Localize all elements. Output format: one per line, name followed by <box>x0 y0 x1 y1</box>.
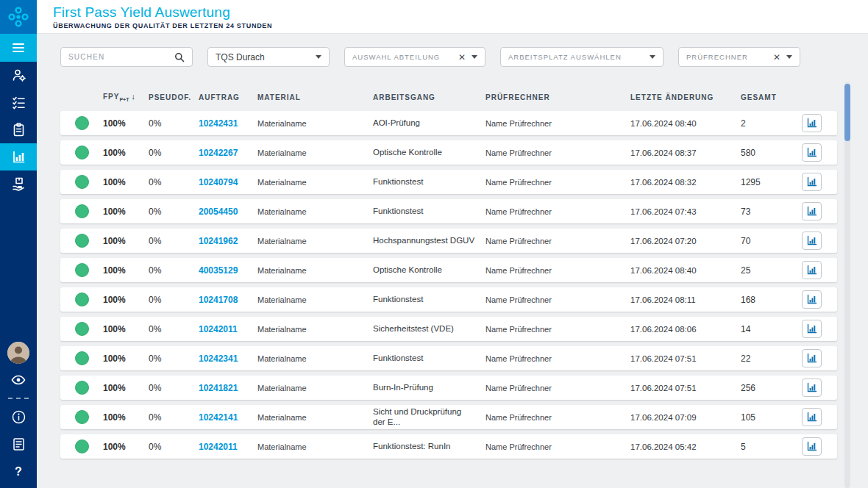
sidebar-item-clipboard[interactable] <box>0 116 37 143</box>
column-pruefrechner[interactable]: PRÜFRECHNER <box>485 93 630 101</box>
row-detail-chart-button[interactable] <box>802 261 822 279</box>
sidebar-spacer <box>0 198 37 339</box>
sidebar-item-checklist[interactable] <box>0 89 37 116</box>
auftrag-link[interactable]: 10242431 <box>199 118 257 129</box>
row-detail-chart-button[interactable] <box>802 408 822 426</box>
sidebar-item-watchlist[interactable] <box>0 366 37 393</box>
sidebar-item-reports[interactable] <box>0 431 37 458</box>
material-value: Materialname <box>257 266 373 275</box>
mini-bar-chart-icon <box>806 353 817 364</box>
auftrag-link[interactable]: 20054450 <box>199 207 257 217</box>
gesamt-value: 25 <box>741 265 796 276</box>
auftrag-link[interactable]: 10240794 <box>199 177 257 187</box>
letzte-aenderung-value: 17.06.2024 05:42 <box>630 442 741 451</box>
auftrag-link[interactable]: 10242011 <box>199 442 257 452</box>
pruefrechner-value: Name Prüfrechner <box>485 237 630 245</box>
status-dot-green <box>75 175 89 189</box>
table-row: 100% 0% 10242011 Materialname Funktionst… <box>60 434 837 459</box>
column-material[interactable]: MATERIAL <box>257 93 373 101</box>
row-detail-chart-button[interactable] <box>802 173 822 191</box>
vertical-scrollbar[interactable] <box>844 82 850 488</box>
auftrag-link[interactable]: 10241821 <box>199 383 257 393</box>
info-icon <box>11 409 26 425</box>
workplace-select[interactable]: ARBEITSPLATZ AUSWÄHLEN <box>500 47 664 67</box>
letzte-aenderung-value: 17.06.2024 08:06 <box>630 325 741 334</box>
row-detail-chart-button[interactable] <box>802 320 822 338</box>
fpy-value: 100% <box>103 383 149 393</box>
gesamt-value: 256 <box>741 383 796 393</box>
auftrag-link[interactable]: 10241708 <box>199 295 257 305</box>
status-dot-green <box>75 381 89 395</box>
search-box[interactable] <box>60 47 193 67</box>
column-letzte-aenderung[interactable]: LETZTE ÄNDERUNG <box>630 93 741 101</box>
mini-bar-chart-icon <box>806 382 817 393</box>
tester-select[interactable]: PRÜFRECHNER ✕ <box>678 47 800 67</box>
sidebar-item-help[interactable]: ? <box>0 458 37 485</box>
sidebar-item-user-settings[interactable] <box>0 62 37 89</box>
table-row: 100% 0% 10242341 Materialname Funktionst… <box>60 346 837 370</box>
sidebar-nav: ? <box>0 34 37 488</box>
clipboard-icon <box>11 122 26 137</box>
status-dot-green <box>75 439 89 453</box>
row-detail-chart-button[interactable] <box>802 349 822 367</box>
row-detail-chart-button[interactable] <box>802 202 822 220</box>
clear-icon[interactable]: ✕ <box>458 52 466 62</box>
logo-icon <box>7 5 30 29</box>
letzte-aenderung-value: 17.06.2024 08:11 <box>630 295 741 304</box>
row-detail-chart-button[interactable] <box>802 232 822 250</box>
auftrag-link[interactable]: 10242267 <box>199 148 257 158</box>
column-arbeitsgang[interactable]: ARBEITSGANG <box>373 93 485 101</box>
user-settings-icon <box>11 68 26 83</box>
column-auftrag[interactable]: AUFTRAG <box>199 93 257 101</box>
status-dot-green <box>75 146 89 159</box>
pseudof-value: 0% <box>149 295 199 305</box>
material-value: Materialname <box>257 413 373 422</box>
auftrag-link[interactable]: 10242341 <box>199 354 257 364</box>
pruefrechner-value: Name Prüfrechner <box>485 325 630 334</box>
department-select[interactable]: AUSWAHL ABTEILUNG ✕ <box>344 47 485 67</box>
material-value: Materialname <box>257 295 373 304</box>
sidebar-menu-button[interactable] <box>0 34 37 62</box>
row-detail-chart-button[interactable] <box>802 437 822 456</box>
material-value: Materialname <box>257 178 373 187</box>
gesamt-value: 580 <box>741 148 796 158</box>
site-select[interactable]: TQS Durach <box>207 47 330 67</box>
mini-bar-chart-icon <box>806 265 817 276</box>
auftrag-link[interactable]: 10242011 <box>199 324 257 334</box>
row-detail-chart-button[interactable] <box>802 290 822 309</box>
clear-icon[interactable]: ✕ <box>773 52 780 62</box>
auftrag-link[interactable]: 40035129 <box>199 265 257 276</box>
fpy-value: 100% <box>103 354 149 364</box>
letzte-aenderung-value: 17.06.2024 07:43 <box>630 207 741 216</box>
fpy-value: 100% <box>103 236 149 246</box>
scrollbar-thumb[interactable] <box>844 84 850 141</box>
gesamt-value: 5 <box>741 442 796 452</box>
fpy-value: 100% <box>103 177 149 187</box>
fpy-value: 100% <box>103 148 149 158</box>
arbeitsgang-value: Sicherheitstest (VDE) <box>373 324 485 334</box>
row-detail-chart-button[interactable] <box>802 143 822 162</box>
arbeitsgang-value: Optische Kontrolle <box>373 148 485 157</box>
pruefrechner-value: Name Prüfrechner <box>485 354 630 363</box>
row-detail-chart-button[interactable] <box>802 378 822 397</box>
sidebar-item-fpy-chart[interactable] <box>0 143 37 171</box>
chevron-down-icon <box>786 55 792 59</box>
chevron-down-icon <box>472 55 477 59</box>
column-fpy[interactable]: FPYP+T↓ <box>103 92 149 102</box>
auftrag-link[interactable]: 10241962 <box>199 236 257 246</box>
letzte-aenderung-value: 17.06.2024 08:40 <box>630 119 741 128</box>
auftrag-link[interactable]: 10242141 <box>199 412 257 423</box>
letzte-aenderung-value: 17.06.2024 07:20 <box>630 237 741 245</box>
search-input[interactable] <box>68 53 174 61</box>
sidebar-item-info[interactable] <box>0 403 37 431</box>
pseudof-value: 0% <box>149 236 199 246</box>
row-detail-chart-button[interactable] <box>802 114 822 132</box>
material-value: Materialname <box>257 148 373 157</box>
gesamt-value: 14 <box>741 324 796 334</box>
arbeitsgang-value: Funktionstest: RunIn <box>373 442 485 451</box>
question-mark-icon: ? <box>15 465 22 478</box>
sidebar-user-avatar[interactable] <box>0 339 37 366</box>
sidebar-item-material-handover[interactable] <box>0 171 37 198</box>
column-gesamt[interactable]: GESAMT <box>741 93 796 101</box>
column-pseudof[interactable]: PSEUDOF. <box>149 93 199 101</box>
